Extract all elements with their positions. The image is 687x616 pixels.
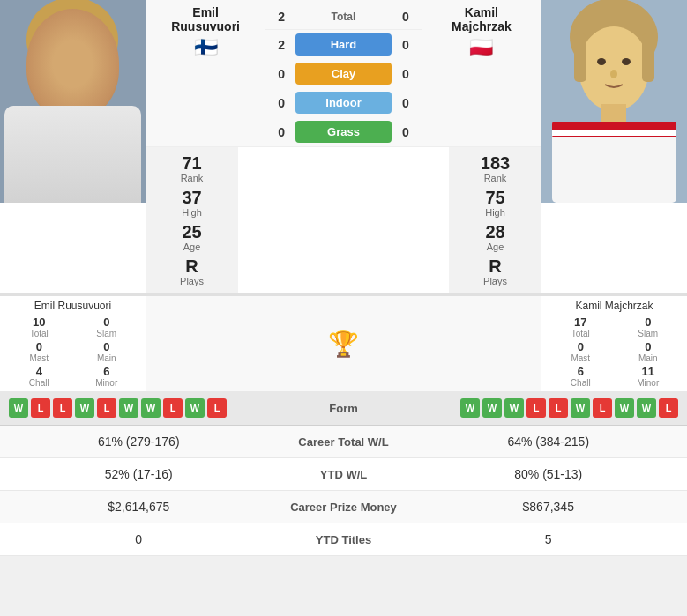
svg-point-16 — [622, 58, 631, 65]
left-rank: 71 Rank — [154, 154, 229, 183]
form-badge-w: W — [119, 398, 138, 418]
svg-rect-14 — [642, 33, 654, 82]
grass-badge: Grass — [295, 121, 392, 143]
right-ytd-wl: 80% (51-13) — [423, 467, 675, 481]
left-prize: $2,614,675 — [13, 500, 265, 514]
career-wl-row: 61% (279-176) Career Total W/L 64% (384-… — [0, 426, 687, 458]
right-name-cell: Kamil Majchrzak 🇵🇱 — [422, 0, 541, 146]
right-chall-stat: 6 Chall — [549, 365, 613, 388]
total-right-score: 0 — [397, 10, 414, 24]
right-total-stat: 17 Total — [549, 315, 613, 338]
right-titles: 5 — [423, 532, 675, 546]
svg-rect-0 — [0, 0, 146, 203]
hard-right: 0 — [397, 38, 414, 52]
ytd-wl-row: 52% (17-16) YTD W/L 80% (51-13) — [0, 458, 687, 491]
left-card-name: Emil Ruusuvuori — [0, 296, 146, 314]
left-high: 37 High — [154, 189, 229, 218]
main-container: Emil Ruusuvuori 🇫🇮 2 Total 0 2 Hard — [0, 0, 687, 556]
total-left-score: 2 — [273, 10, 290, 24]
form-badge-l: L — [97, 398, 116, 418]
left-total-stat: 10 Total — [7, 315, 71, 338]
right-career-wl: 64% (384-215) — [423, 434, 675, 449]
form-badge-l: L — [526, 398, 546, 418]
prize-label: Career Prize Money — [265, 501, 423, 514]
left-slam-stat: 0 Slam — [75, 315, 139, 338]
left-form-badges: WLLWLWWLWL — [9, 398, 291, 418]
grass-right: 0 — [397, 125, 414, 139]
svg-point-1 — [26, 0, 118, 82]
indoor-badge: Indoor — [295, 92, 392, 114]
right-player-card: Kamil Majchrzak 17 Total 0 Slam 0 Mast 0… — [541, 296, 687, 391]
right-flag: 🇵🇱 — [426, 36, 537, 59]
indoor-left: 0 — [273, 96, 290, 110]
svg-rect-21 — [552, 130, 676, 136]
left-age: 25 Age — [154, 223, 229, 252]
form-label: Form — [291, 402, 397, 415]
left-career-wl: 61% (279-176) — [13, 434, 265, 449]
svg-rect-8 — [60, 106, 85, 128]
form-badge-l: L — [549, 398, 568, 418]
form-badge-l: L — [207, 398, 227, 418]
form-badge-w: W — [185, 398, 205, 418]
right-stats-col: 183 Rank 75 High 28 Age R Plays — [449, 147, 541, 293]
clay-right: 0 — [397, 67, 414, 81]
left-name-cell: Emil Ruusuvuori 🇫🇮 — [146, 0, 265, 146]
svg-point-15 — [597, 58, 606, 65]
left-player-name2: Ruusuvuori — [150, 19, 261, 33]
form-badge-l: L — [163, 398, 183, 418]
hard-left: 2 — [273, 38, 290, 52]
svg-point-12 — [579, 26, 649, 111]
left-chall-stat: 4 Chall — [7, 365, 71, 388]
form-badge-w: W — [460, 398, 480, 418]
indoor-row: 0 Indoor 0 — [265, 88, 422, 117]
left-plays: R Plays — [154, 257, 229, 286]
right-slam-stat: 0 Slam — [616, 315, 681, 338]
right-minor-stat: 11 Minor — [616, 365, 681, 388]
svg-point-17 — [610, 70, 617, 78]
ytd-wl-label: YTD W/L — [265, 468, 423, 481]
right-plays: R Plays — [458, 257, 533, 286]
form-badge-w: W — [141, 398, 161, 418]
clay-row: 0 Clay 0 — [265, 59, 422, 88]
left-titles: 0 — [13, 532, 265, 546]
svg-point-5 — [56, 60, 64, 67]
svg-point-6 — [80, 60, 89, 67]
form-badge-w: W — [75, 398, 94, 418]
form-badge-l: L — [659, 398, 678, 418]
titles-label: YTD Titles — [265, 533, 423, 546]
clay-badge: Clay — [295, 63, 392, 85]
total-label: Total — [290, 11, 397, 23]
right-mast-stat: 0 Mast — [549, 340, 613, 363]
left-player-card: Emil Ruusuvuori 10 Total 0 Slam 0 Mast 0… — [0, 296, 146, 391]
top-section: Emil Ruusuvuori 🇫🇮 2 Total 0 2 Hard — [0, 0, 687, 295]
right-main-stat: 0 Main — [616, 340, 681, 363]
left-player-photo — [0, 0, 146, 203]
right-prize: $867,345 — [423, 500, 675, 514]
right-player-name2: Majchrzak — [426, 19, 537, 33]
form-badge-w: W — [571, 398, 590, 418]
hard-row: 2 Hard 0 — [265, 30, 422, 59]
left-player-name: Emil — [150, 5, 261, 19]
right-form-badges: WWWLLWLWWL — [397, 398, 679, 418]
titles-row: 0 YTD Titles 5 — [0, 523, 687, 556]
form-badge-l: L — [31, 398, 50, 418]
left-ytd-wl: 52% (17-16) — [13, 467, 265, 481]
names-row: Emil Ruusuvuori 🇫🇮 2 Total 0 2 Hard — [146, 0, 541, 147]
svg-rect-3 — [31, 35, 44, 88]
form-badge-l: L — [53, 398, 72, 418]
center-trophy: 🏆 — [146, 296, 541, 391]
right-player-photo — [541, 0, 687, 293]
indoor-right: 0 — [397, 96, 414, 110]
left-flag: 🇫🇮 — [150, 36, 261, 59]
prize-row: $2,614,675 Career Prize Money $867,345 — [0, 491, 687, 523]
form-badge-l: L — [593, 398, 612, 418]
right-card-name: Kamil Majchrzak — [541, 296, 687, 314]
total-row: 2 Total 0 — [265, 4, 422, 30]
form-badge-w: W — [615, 398, 634, 418]
right-age: 28 Age — [458, 223, 533, 252]
main-comparison: Emil Ruusuvuori 🇫🇮 2 Total 0 2 Hard — [146, 0, 541, 293]
hard-badge: Hard — [295, 33, 392, 56]
trophy-icon: 🏆 — [328, 330, 359, 359]
form-badge-w: W — [637, 398, 656, 418]
form-section: WLLWLWWLWL Form WWWLLWLWWL — [0, 391, 687, 426]
